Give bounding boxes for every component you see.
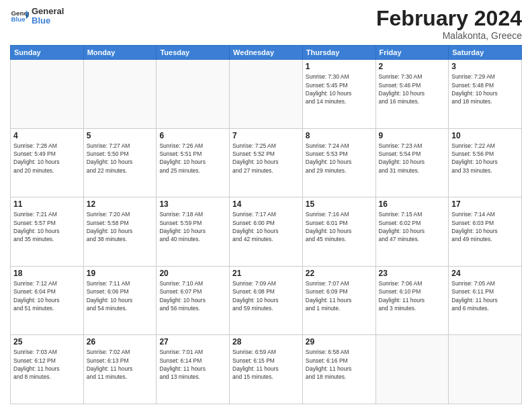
day-cell: 17Sunrise: 7:14 AM Sunset: 6:03 PM Dayli… <box>449 197 522 267</box>
day-info: Sunrise: 7:02 AM Sunset: 6:13 PM Dayligh… <box>87 348 154 381</box>
day-cell: 28Sunrise: 6:59 AM Sunset: 6:15 PM Dayli… <box>230 335 303 404</box>
day-number: 18 <box>13 269 81 278</box>
day-cell: 3Sunrise: 7:29 AM Sunset: 5:48 PM Daylig… <box>449 60 522 129</box>
weekday-sunday: Sunday <box>11 46 84 60</box>
logo: General Blue General Blue <box>10 7 64 26</box>
day-cell: 24Sunrise: 7:05 AM Sunset: 6:11 PM Dayli… <box>449 266 522 335</box>
day-cell: 16Sunrise: 7:15 AM Sunset: 6:02 PM Dayli… <box>375 197 449 267</box>
day-cell <box>11 60 84 129</box>
weekday-header-row: SundayMondayTuesdayWednesdayThursdayFrid… <box>11 46 522 60</box>
day-info: Sunrise: 7:06 AM Sunset: 6:10 PM Dayligh… <box>379 279 446 312</box>
day-cell: 25Sunrise: 7:03 AM Sunset: 6:12 PM Dayli… <box>11 335 84 404</box>
day-number: 15 <box>306 199 373 209</box>
day-cell: 5Sunrise: 7:27 AM Sunset: 5:50 PM Daylig… <box>83 128 157 197</box>
day-cell: 10Sunrise: 7:22 AM Sunset: 5:56 PM Dayli… <box>449 128 522 197</box>
week-row-3: 11Sunrise: 7:21 AM Sunset: 5:57 PM Dayli… <box>11 197 522 267</box>
day-number: 28 <box>232 337 300 347</box>
day-number: 23 <box>379 269 446 278</box>
day-number: 2 <box>379 62 446 71</box>
weekday-tuesday: Tuesday <box>157 46 230 60</box>
day-cell: 7Sunrise: 7:25 AM Sunset: 5:52 PM Daylig… <box>230 128 303 197</box>
day-number: 12 <box>87 199 154 209</box>
day-info: Sunrise: 7:30 AM Sunset: 5:46 PM Dayligh… <box>379 73 446 105</box>
day-cell <box>157 60 230 129</box>
day-number: 27 <box>159 337 226 347</box>
day-info: Sunrise: 7:12 AM Sunset: 6:04 PM Dayligh… <box>13 279 81 312</box>
header: General Blue General Blue February 2024 … <box>10 7 522 41</box>
calendar-subtitle: Malakonta, Greece <box>376 30 522 41</box>
day-info: Sunrise: 7:29 AM Sunset: 5:48 PM Dayligh… <box>451 73 519 105</box>
weekday-friday: Friday <box>375 46 449 60</box>
day-number: 1 <box>306 62 373 71</box>
day-cell: 19Sunrise: 7:11 AM Sunset: 6:06 PM Dayli… <box>83 266 157 335</box>
day-number: 20 <box>159 269 226 278</box>
day-cell: 13Sunrise: 7:18 AM Sunset: 5:59 PM Dayli… <box>157 197 230 267</box>
day-info: Sunrise: 6:58 AM Sunset: 6:16 PM Dayligh… <box>306 348 373 381</box>
day-cell: 6Sunrise: 7:26 AM Sunset: 5:51 PM Daylig… <box>157 128 230 197</box>
day-info: Sunrise: 7:28 AM Sunset: 5:49 PM Dayligh… <box>13 142 81 175</box>
day-cell: 20Sunrise: 7:10 AM Sunset: 6:07 PM Dayli… <box>157 266 230 335</box>
calendar-title: February 2024 <box>376 7 522 30</box>
day-number: 25 <box>13 337 81 347</box>
day-number: 7 <box>232 131 300 140</box>
day-number: 13 <box>159 199 226 209</box>
weekday-monday: Monday <box>83 46 157 60</box>
day-number: 10 <box>451 131 519 140</box>
day-cell: 21Sunrise: 7:09 AM Sunset: 6:08 PM Dayli… <box>230 266 303 335</box>
day-number: 29 <box>306 337 373 347</box>
svg-text:Blue: Blue <box>11 16 26 24</box>
day-cell: 12Sunrise: 7:20 AM Sunset: 5:58 PM Dayli… <box>83 197 157 267</box>
day-cell: 1Sunrise: 7:30 AM Sunset: 5:45 PM Daylig… <box>302 60 375 129</box>
day-number: 22 <box>306 269 373 278</box>
day-cell: 23Sunrise: 7:06 AM Sunset: 6:10 PM Dayli… <box>375 266 449 335</box>
week-row-2: 4Sunrise: 7:28 AM Sunset: 5:49 PM Daylig… <box>11 128 522 197</box>
day-info: Sunrise: 7:07 AM Sunset: 6:09 PM Dayligh… <box>306 279 373 312</box>
week-row-4: 18Sunrise: 7:12 AM Sunset: 6:04 PM Dayli… <box>11 266 522 335</box>
day-info: Sunrise: 7:11 AM Sunset: 6:06 PM Dayligh… <box>87 279 154 312</box>
day-number: 9 <box>379 131 446 140</box>
day-number: 24 <box>451 269 519 278</box>
day-cell: 29Sunrise: 6:58 AM Sunset: 6:16 PM Dayli… <box>302 335 375 404</box>
day-info: Sunrise: 7:17 AM Sunset: 6:00 PM Dayligh… <box>232 210 300 243</box>
day-number: 26 <box>87 337 154 347</box>
day-number: 17 <box>451 199 519 209</box>
weekday-saturday: Saturday <box>449 46 522 60</box>
logo-icon: General Blue <box>10 7 29 26</box>
weekday-thursday: Thursday <box>302 46 375 60</box>
day-info: Sunrise: 7:25 AM Sunset: 5:52 PM Dayligh… <box>232 142 300 175</box>
day-cell: 4Sunrise: 7:28 AM Sunset: 5:49 PM Daylig… <box>11 128 84 197</box>
weekday-wednesday: Wednesday <box>230 46 303 60</box>
day-info: Sunrise: 7:24 AM Sunset: 5:53 PM Dayligh… <box>306 142 373 175</box>
day-cell: 27Sunrise: 7:01 AM Sunset: 6:14 PM Dayli… <box>157 335 230 404</box>
day-info: Sunrise: 7:05 AM Sunset: 6:11 PM Dayligh… <box>451 279 519 312</box>
day-info: Sunrise: 7:10 AM Sunset: 6:07 PM Dayligh… <box>159 279 226 312</box>
day-number: 21 <box>232 269 300 278</box>
day-info: Sunrise: 7:15 AM Sunset: 6:02 PM Dayligh… <box>379 210 446 243</box>
day-info: Sunrise: 7:26 AM Sunset: 5:51 PM Dayligh… <box>159 142 226 175</box>
day-info: Sunrise: 7:16 AM Sunset: 6:01 PM Dayligh… <box>306 210 373 243</box>
day-cell: 15Sunrise: 7:16 AM Sunset: 6:01 PM Dayli… <box>302 197 375 267</box>
day-cell <box>83 60 157 129</box>
calendar-table: SundayMondayTuesdayWednesdayThursdayFrid… <box>10 45 522 404</box>
day-cell: 18Sunrise: 7:12 AM Sunset: 6:04 PM Dayli… <box>11 266 84 335</box>
day-info: Sunrise: 7:20 AM Sunset: 5:58 PM Dayligh… <box>87 210 154 243</box>
day-info: Sunrise: 7:22 AM Sunset: 5:56 PM Dayligh… <box>451 142 519 175</box>
page: General Blue General Blue February 2024 … <box>0 0 532 411</box>
day-number: 14 <box>232 199 300 209</box>
title-block: February 2024 Malakonta, Greece <box>376 7 522 41</box>
day-number: 8 <box>306 131 373 140</box>
day-info: Sunrise: 7:27 AM Sunset: 5:50 PM Dayligh… <box>87 142 154 175</box>
day-number: 6 <box>159 131 226 140</box>
week-row-1: 1Sunrise: 7:30 AM Sunset: 5:45 PM Daylig… <box>11 60 522 129</box>
day-info: Sunrise: 7:18 AM Sunset: 5:59 PM Dayligh… <box>159 210 226 243</box>
day-cell <box>230 60 303 129</box>
day-number: 16 <box>379 199 446 209</box>
day-cell <box>375 335 449 404</box>
day-cell: 9Sunrise: 7:23 AM Sunset: 5:54 PM Daylig… <box>375 128 449 197</box>
day-info: Sunrise: 7:03 AM Sunset: 6:12 PM Dayligh… <box>13 348 81 381</box>
day-cell: 11Sunrise: 7:21 AM Sunset: 5:57 PM Dayli… <box>11 197 84 267</box>
day-info: Sunrise: 7:21 AM Sunset: 5:57 PM Dayligh… <box>13 210 81 243</box>
logo-general: General <box>32 7 64 16</box>
day-info: Sunrise: 7:09 AM Sunset: 6:08 PM Dayligh… <box>232 279 300 312</box>
day-cell: 14Sunrise: 7:17 AM Sunset: 6:00 PM Dayli… <box>230 197 303 267</box>
